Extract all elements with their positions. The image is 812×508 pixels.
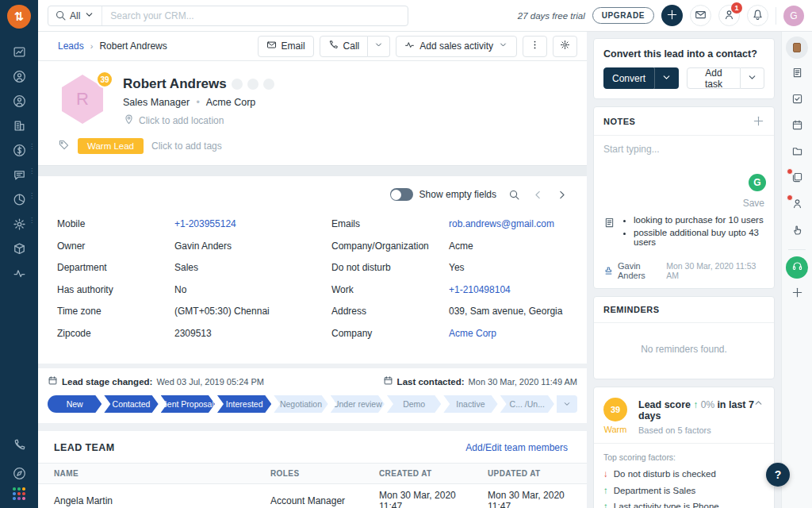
- freshworks-logo-icon[interactable]: ⇅: [7, 5, 31, 29]
- active-widget-button[interactable]: [786, 37, 808, 59]
- stage-c-un[interactable]: C... /Un...: [500, 395, 554, 413]
- more-actions-button[interactable]: [523, 36, 547, 57]
- sidebar-item-phone[interactable]: [0, 430, 38, 459]
- field-row-mobile[interactable]: Mobile +1-203955124: [57, 218, 312, 229]
- collapse-chevron-icon[interactable]: [753, 397, 764, 411]
- call-dropdown-button[interactable]: [368, 36, 390, 57]
- sidebar-item-dashboard[interactable]: [0, 40, 38, 64]
- notes-panel-button[interactable]: [786, 63, 808, 85]
- sidebar-item-explore[interactable]: [0, 459, 38, 487]
- stage-demo[interactable]: Demo: [387, 395, 441, 413]
- sidebar-item-settings[interactable]: ⋮: [0, 212, 38, 237]
- field-row-work[interactable]: Work +1-210498104: [331, 284, 568, 295]
- next-record-button[interactable]: [556, 189, 568, 201]
- app-switcher-icon[interactable]: [13, 487, 25, 500]
- field-row-address[interactable]: Address 039, Sam avenue, Georgia: [331, 306, 568, 317]
- sidebar-item-reports[interactable]: ⋮: [0, 187, 38, 212]
- save-note-button[interactable]: Save: [743, 198, 764, 209]
- sidebar-item-leads[interactable]: [0, 64, 38, 89]
- add-location-field[interactable]: Click to add location: [123, 114, 274, 128]
- field-value[interactable]: Acme Corp: [449, 328, 496, 339]
- prev-record-button[interactable]: [532, 189, 544, 201]
- field-row-has-authority[interactable]: Has authority No: [57, 284, 312, 295]
- search-scope-dropdown[interactable]: All: [48, 6, 102, 25]
- contact-alert-panel-button[interactable]: [786, 194, 808, 216]
- engagement-panel-button[interactable]: [786, 220, 808, 242]
- support-button[interactable]: [786, 256, 808, 279]
- stage-dropdown-button[interactable]: [557, 395, 577, 413]
- stage-new[interactable]: New: [48, 395, 102, 413]
- stage-interested[interactable]: Interested: [217, 395, 271, 413]
- twitter-icon[interactable]: [247, 79, 259, 90]
- add-task-dropdown-button[interactable]: [741, 67, 764, 89]
- stage-sent-proposal[interactable]: Sent Proposal: [161, 395, 215, 413]
- files-panel-button[interactable]: [786, 141, 808, 164]
- search-input[interactable]: [102, 10, 408, 21]
- calendar-panel-button[interactable]: [786, 115, 808, 137]
- field-row-zipcode[interactable]: Zipcode 2309513: [57, 328, 312, 339]
- note-item[interactable]: looking to purchase for 10 userspossible…: [594, 212, 774, 256]
- sidebar-item-conversations[interactable]: ⋮: [0, 163, 38, 187]
- sidebar-item-products[interactable]: [0, 237, 38, 261]
- linkedin-icon[interactable]: [263, 79, 274, 90]
- column-header-created-at[interactable]: CREATED AT: [363, 469, 472, 478]
- field-value[interactable]: +1-210498104: [449, 284, 511, 295]
- add-widget-button[interactable]: [786, 283, 808, 305]
- field-row-department[interactable]: Department Sales: [57, 262, 312, 273]
- grammar-assistant-icon[interactable]: G: [749, 174, 766, 191]
- show-empty-fields-toggle[interactable]: [390, 188, 413, 201]
- add-note-icon[interactable]: [753, 115, 764, 127]
- tasks-panel-button[interactable]: [786, 89, 808, 111]
- column-header-name[interactable]: NAME: [38, 469, 255, 478]
- sidebar-item-contacts[interactable]: [0, 89, 38, 114]
- help-button[interactable]: ?: [766, 463, 790, 487]
- stage-under-review[interactable]: Under review: [331, 395, 385, 413]
- stage-negotiation[interactable]: Negotiation: [274, 395, 327, 413]
- user-avatar[interactable]: G: [783, 6, 804, 26]
- stage-pipeline: NewContactedSent ProposalInterestedNegot…: [48, 395, 577, 413]
- field-row-emails[interactable]: Emails rob.andrews@gmail.com: [331, 218, 568, 229]
- email-inbox-button[interactable]: [690, 5, 711, 26]
- field-value[interactable]: rob.andrews@gmail.com: [449, 218, 554, 229]
- sidebar-item-deals[interactable]: ⋮: [0, 138, 38, 163]
- add-edit-team-members-link[interactable]: Add/Edit team members: [465, 442, 568, 453]
- stage-inactive[interactable]: Inactive: [443, 395, 497, 413]
- add-sales-activity-button[interactable]: Add sales activity: [396, 36, 517, 57]
- convert-button[interactable]: Convert: [603, 67, 654, 89]
- field-row-company[interactable]: Company Acme Corp: [331, 328, 568, 339]
- column-header-roles[interactable]: ROLES: [255, 469, 363, 478]
- convert-dropdown-button[interactable]: [654, 67, 679, 89]
- convert-card: Convert this lead into a contact? Conver…: [593, 38, 775, 99]
- upgrade-button[interactable]: UPGRADE: [592, 7, 654, 24]
- quick-add-button[interactable]: [661, 5, 683, 26]
- toggle-label: Show empty fields: [419, 189, 496, 200]
- trend-up-icon: ↑: [693, 399, 698, 410]
- field-value[interactable]: +1-203955124: [174, 218, 236, 229]
- add-tags-field[interactable]: Click to add tags: [151, 140, 222, 152]
- lead-company: Acme Corp: [206, 97, 256, 108]
- warm-lead-tag[interactable]: Warm Lead: [78, 138, 144, 154]
- field-row-company-organization[interactable]: Company/Organization Acme: [331, 241, 568, 252]
- alert-dot: [787, 168, 793, 175]
- facebook-icon[interactable]: [232, 79, 243, 90]
- notifications-button[interactable]: [747, 5, 768, 26]
- field-row-do-not-disturb[interactable]: Do not disturb Yes: [331, 262, 568, 273]
- field-label: Do not disturb: [331, 262, 449, 273]
- activity-feed-button[interactable]: 1: [718, 5, 740, 26]
- note-bullet: possible additional buy upto 43 users: [634, 228, 764, 247]
- duplicates-panel-button[interactable]: [786, 167, 808, 190]
- field-row-time-zone[interactable]: Time zone (GMT+05:30) Chennai: [57, 306, 312, 317]
- field-row-owner[interactable]: Owner Gavin Anders: [57, 241, 312, 252]
- add-task-button[interactable]: Add task: [687, 67, 741, 89]
- stage-contacted[interactable]: Contacted: [104, 395, 158, 413]
- column-header-updated-at[interactable]: UPDATED AT: [472, 469, 587, 478]
- note-input-area[interactable]: Start typing... G Save: [594, 136, 774, 212]
- email-button[interactable]: Email: [258, 36, 314, 57]
- breadcrumb-leads-link[interactable]: Leads: [58, 40, 84, 52]
- page-settings-button[interactable]: [553, 36, 577, 57]
- search-fields-icon[interactable]: [508, 189, 520, 201]
- call-button[interactable]: Call: [320, 36, 369, 57]
- sidebar-item-sales-activities[interactable]: [0, 261, 38, 286]
- sidebar-item-accounts[interactable]: [0, 114, 38, 138]
- table-row[interactable]: Angela MartinAccount ManagerMon 30 Mar, …: [38, 484, 587, 508]
